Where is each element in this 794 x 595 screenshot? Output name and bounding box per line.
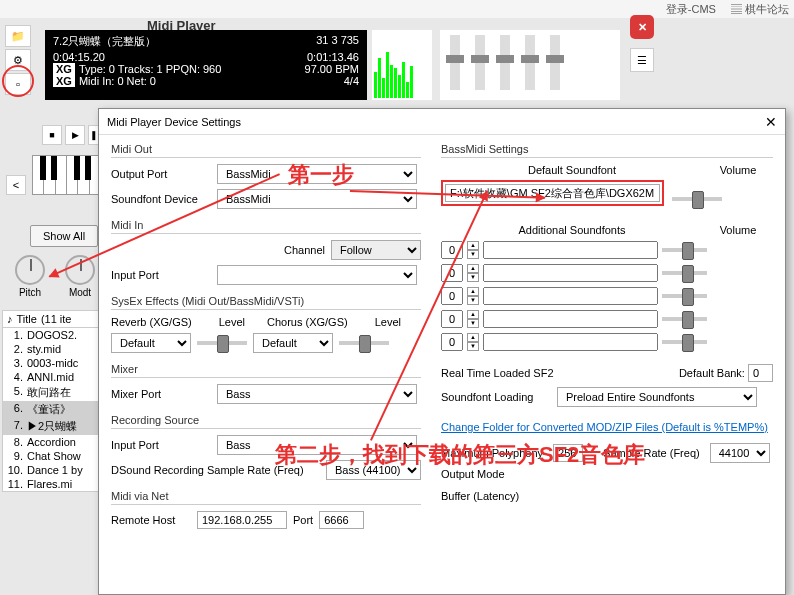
playlist-row[interactable]: 11.Flares.mi [3,477,101,491]
default-sf-input[interactable] [445,184,660,202]
buffer-label: Buffer (Latency) [441,490,519,502]
slider-3[interactable] [500,35,510,90]
reverb-select[interactable]: Default [111,333,191,353]
remote-host-input[interactable] [197,511,287,529]
port-input[interactable] [319,511,364,529]
playlist-header[interactable]: ♪ Title (11 ite [3,311,101,328]
link-forum[interactable]: ▤ 棋牛论坛 [731,2,789,17]
default-bank-label: Default Bank: [679,367,745,379]
mixer-port-select[interactable]: Bass [217,384,417,404]
channel-select[interactable]: Follow [331,240,421,260]
slider-2[interactable] [475,35,485,90]
pitch-knob[interactable] [15,255,45,285]
playlist-row[interactable]: 10.Dance 1 by [3,463,101,477]
sf-volume-slider[interactable] [662,294,707,298]
sf-device-select[interactable]: BassMidi [217,189,417,209]
bpm: 97.00 BPM [305,63,359,75]
song-name: 7.2只蝴蝶（完整版） [53,34,156,49]
sf-path-input[interactable] [483,287,658,305]
sf-spinner[interactable]: ▲▼ [467,333,479,351]
player-display: 7.2只蝴蝶（完整版）31 3 735 0:04:15.200:01:13.46… [45,30,367,100]
knobs: Pitch Modt [15,255,95,298]
mixer-port-label: Mixer Port [111,388,211,400]
sf-bank-input[interactable] [441,333,463,351]
sf-spinner[interactable]: ▲▼ [467,241,479,259]
close-button[interactable]: ✕ [630,15,654,39]
remote-host-label: Remote Host [111,514,191,526]
sample-rate-select[interactable]: 44100 [710,443,770,463]
default-sf-volume-slider[interactable] [672,197,722,201]
chorus-select[interactable]: Default [253,333,333,353]
sf-bank-input[interactable] [441,264,463,282]
sf-bank-input[interactable] [441,310,463,328]
level-label-1: Level [219,316,245,328]
midi-in-title: Midi In [111,219,421,234]
change-folder-link[interactable]: Change Folder for Converted MOD/ZIP File… [441,421,768,433]
rec-input-port-select[interactable]: Bass [217,435,417,455]
sf-bank-input[interactable] [441,241,463,259]
playlist-row[interactable]: 4.ANNI.mid [3,370,101,384]
dsound-select[interactable]: Bass (44100) [326,460,421,480]
playlist: ♪ Title (11 ite 1.DOGOS2.2.sty.mid3.0003… [2,310,102,492]
sf-volume-slider[interactable] [662,271,707,275]
playlist-row[interactable]: 1.DOGOS2. [3,328,101,342]
sf-volume-slider[interactable] [662,248,707,252]
dialog-close-button[interactable]: ✕ [765,114,777,130]
sf-volume-slider[interactable] [662,340,707,344]
playlist-row[interactable]: 5.敢问路在 [3,384,101,401]
mixer-section: Mixer Mixer Port Bass [111,363,421,404]
track-info: Type: 0 Tracks: 1 PPQN: 960 [79,63,221,75]
input-port-select[interactable] [217,265,417,285]
counters: 31 3 735 [316,34,359,51]
playlist-row[interactable]: 7.▶2只蝴蝶 [3,418,101,435]
default-bank-input[interactable] [748,364,773,382]
recording-section: Recording Source Input Port Bass DSound … [111,414,421,480]
playlist-row[interactable]: 9.Chat Show [3,449,101,463]
show-all-button[interactable]: Show All [30,225,98,247]
mod-knob[interactable] [65,255,95,285]
midi-out-section: Midi Out Output Port BassMidi Soundfont … [111,143,421,209]
sf-row: ▲▼ [441,240,773,260]
dialog-titlebar[interactable]: Midi Player Device Settings ✕ [99,109,785,135]
back-button[interactable]: < [6,175,26,195]
playlist-row[interactable]: 6.《童话》 [3,401,101,418]
sf-bank-input[interactable] [441,287,463,305]
sf-spinner[interactable]: ▲▼ [467,264,479,282]
playlist-row[interactable]: 3.0003-midc [3,356,101,370]
level-label-2: Level [375,316,401,328]
sf-path-input[interactable] [483,333,658,351]
slider-5[interactable] [550,35,560,90]
piano-keyboard[interactable] [32,155,102,195]
port-label: Port [293,514,313,526]
sf-spinner[interactable]: ▲▼ [467,310,479,328]
tool-button-3[interactable]: ▫ [5,73,31,95]
midi-out-title: Midi Out [111,143,421,158]
top-bar: 登录-CMS ▤ 棋牛论坛 [0,0,794,18]
sf-loading-select[interactable]: Preload Entire Soundfonts [557,387,757,407]
sysex-title: SysEx Effects (Midi Out/BassMidi/VSTi) [111,295,421,310]
dsound-label: DSound Recording Sample Rate (Freq) [111,464,320,476]
sf-path-input[interactable] [483,264,658,282]
input-port-label: Input Port [111,269,211,281]
link-cms[interactable]: 登录-CMS [666,2,716,17]
settings-button[interactable]: ⚙ [5,49,31,71]
sf-row: ▲▼ [441,309,773,329]
max-poly-input[interactable] [553,444,583,462]
output-port-select[interactable]: BassMidi [217,164,417,184]
play-button[interactable]: ▶ [65,125,85,145]
sf-path-input[interactable] [483,310,658,328]
additional-sf-label: Additional Soundfonts [441,224,703,236]
sf-spinner[interactable]: ▲▼ [467,287,479,305]
menu-button[interactable]: ☰ [630,48,654,72]
sf-path-input[interactable] [483,241,658,259]
reverb-level-slider[interactable] [197,341,247,345]
folder-button[interactable]: 📁 [5,25,31,47]
slider-1[interactable] [450,35,460,90]
stop-button[interactable]: ■ [42,125,62,145]
slider-4[interactable] [525,35,535,90]
sf-volume-slider[interactable] [662,317,707,321]
playlist-row[interactable]: 8.Accordion [3,435,101,449]
playlist-row[interactable]: 2.sty.mid [3,342,101,356]
xg-badge-1: XG [53,63,75,75]
chorus-level-slider[interactable] [339,341,389,345]
